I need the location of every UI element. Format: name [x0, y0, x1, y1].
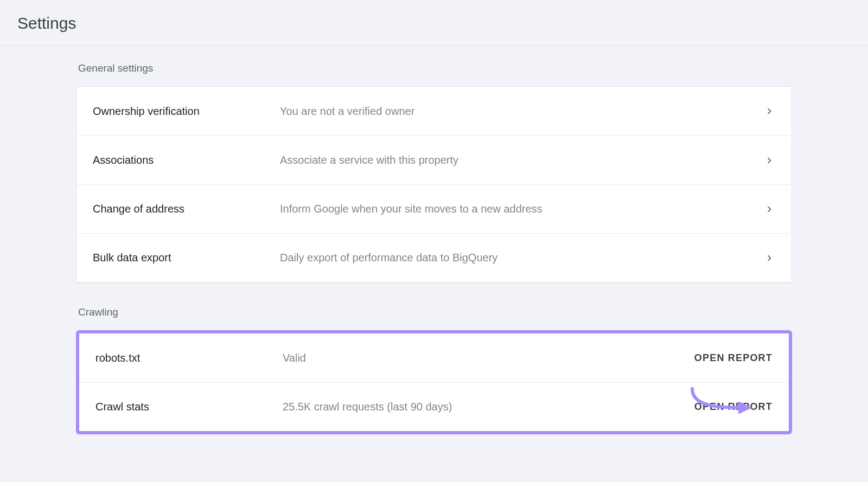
- page-title: Settings: [0, 0, 868, 46]
- row-label: Associations: [93, 154, 280, 166]
- row-desc: Valid: [283, 352, 694, 364]
- row-desc: Daily export of performance data to BigQ…: [280, 252, 763, 264]
- robots-txt-row[interactable]: robots.txt Valid OPEN REPORT: [79, 333, 789, 382]
- chevron-right-icon: [763, 155, 775, 166]
- open-report-link[interactable]: OPEN REPORT: [694, 401, 773, 413]
- chevron-right-icon: [763, 252, 775, 264]
- crawling-card: robots.txt Valid OPEN REPORT Crawl stats…: [76, 330, 792, 434]
- row-desc: Inform Google when your site moves to a …: [280, 203, 763, 215]
- open-report-link[interactable]: OPEN REPORT: [694, 352, 773, 364]
- ownership-verification-row[interactable]: Ownership verification You are not a ver…: [76, 87, 792, 136]
- row-label: robots.txt: [95, 352, 283, 364]
- row-desc: Associate a service with this property: [280, 154, 763, 166]
- crawl-stats-row[interactable]: Crawl stats 25.5K crawl requests (last 9…: [79, 382, 789, 431]
- general-section-label: General settings: [78, 62, 792, 74]
- crawling-section-label: Crawling: [78, 306, 792, 318]
- chevron-right-icon: [763, 105, 775, 117]
- bulk-data-export-row[interactable]: Bulk data export Daily export of perform…: [76, 233, 792, 282]
- row-label: Bulk data export: [93, 252, 280, 264]
- change-of-address-row[interactable]: Change of address Inform Google when you…: [76, 184, 792, 233]
- chevron-right-icon: [763, 203, 775, 215]
- row-label: Crawl stats: [95, 401, 283, 413]
- general-settings-card: Ownership verification You are not a ver…: [76, 86, 792, 282]
- row-desc: 25.5K crawl requests (last 90 days): [283, 401, 694, 413]
- row-label: Ownership verification: [93, 105, 280, 118]
- row-desc: You are not a verified owner: [280, 105, 763, 118]
- row-label: Change of address: [93, 203, 280, 215]
- associations-row[interactable]: Associations Associate a service with th…: [76, 136, 792, 184]
